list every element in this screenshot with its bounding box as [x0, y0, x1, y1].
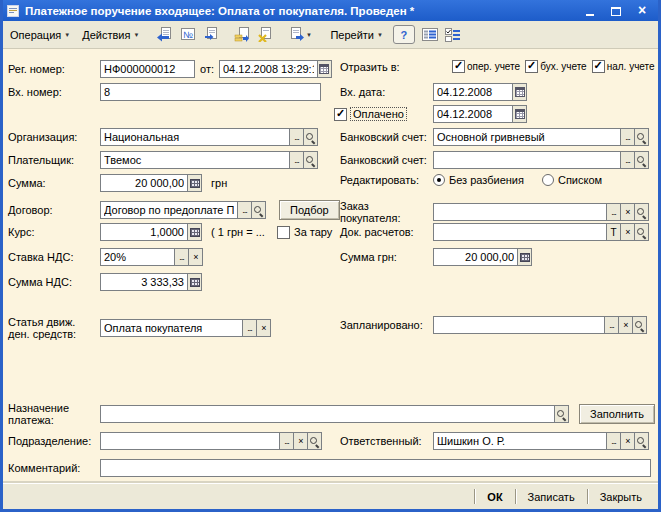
refresh-document-button[interactable] [153, 24, 176, 45]
paid-date-input[interactable] [433, 105, 513, 123]
calendar-button[interactable] [317, 60, 332, 78]
amount-grn-input[interactable] [433, 248, 518, 266]
document-movements-icon [422, 27, 438, 42]
close-window-button[interactable]: Закрыть [590, 488, 652, 506]
title-bar[interactable]: Платежное поручение входящее: Оплата от … [0, 0, 661, 21]
magnifier-button[interactable] [634, 151, 649, 169]
document-movements-button[interactable] [419, 24, 442, 45]
incoming-date-input[interactable] [433, 83, 513, 101]
calculator-button[interactable] [187, 273, 202, 291]
magnifier-icon [305, 132, 316, 143]
magnifier-button[interactable] [303, 151, 318, 169]
payment-purpose-input[interactable] [100, 405, 555, 423]
create-based-on-button[interactable]: ▼ [284, 24, 316, 45]
bank-account1-input[interactable] [433, 128, 621, 146]
tare-label: За тару [294, 226, 332, 238]
amount-input[interactable] [100, 174, 188, 192]
tare-checkbox[interactable] [277, 226, 290, 239]
maximize-button[interactable] [609, 4, 623, 18]
nal-accounting-checkbox[interactable]: ✓ [592, 60, 605, 73]
department-input[interactable] [100, 432, 280, 450]
magnifier-button[interactable] [632, 316, 647, 334]
radio-no-split[interactable] [433, 174, 445, 186]
check-icon: ✓ [527, 60, 536, 71]
footer-separator [587, 489, 588, 504]
operation-menu[interactable]: Операция▼ [4, 26, 76, 44]
ellipsis-button[interactable]: ... [604, 316, 619, 334]
help-button[interactable]: ? [393, 25, 415, 44]
paid-checkbox[interactable]: ✓ [334, 108, 347, 121]
fill-button[interactable]: Заполнить [579, 404, 655, 424]
clear-button[interactable]: × [256, 319, 271, 337]
cash-flow-item-input[interactable] [100, 319, 243, 337]
buh-accounting-checkbox[interactable]: ✓ [525, 60, 538, 73]
post-document-button[interactable] [230, 24, 253, 45]
undo-posting-button[interactable] [253, 24, 276, 45]
calculator-button[interactable] [517, 248, 532, 266]
ellipsis-button[interactable]: ... [620, 151, 635, 169]
vat-rate-input[interactable] [100, 248, 175, 266]
magnifier-icon [556, 409, 567, 420]
magnifier-button[interactable] [634, 223, 649, 241]
settlement-doc-input[interactable] [433, 223, 607, 241]
type-button[interactable]: T [606, 223, 621, 241]
magnifier-button[interactable] [634, 432, 649, 450]
calendar-button[interactable] [512, 83, 527, 101]
vat-amount-input[interactable] [100, 273, 188, 291]
oper-accounting-checkbox[interactable]: ✓ [452, 60, 465, 73]
calculator-button[interactable] [187, 174, 202, 192]
clear-button[interactable]: × [620, 203, 635, 221]
copy-document-button[interactable] [199, 24, 222, 45]
ellipsis-button[interactable]: ... [606, 432, 621, 450]
ok-button[interactable]: ОК [477, 488, 512, 506]
contract-input[interactable] [100, 201, 238, 219]
customer-order-input[interactable] [433, 203, 607, 221]
ellipsis-button[interactable]: ... [606, 203, 621, 221]
pick-button[interactable]: Подбор [279, 200, 340, 220]
payer-input[interactable] [100, 151, 290, 169]
clear-button[interactable]: × [620, 223, 635, 241]
document-number-button[interactable]: № [176, 24, 199, 45]
rate-input[interactable] [100, 223, 188, 241]
clear-button[interactable]: × [293, 432, 308, 450]
save-button[interactable]: Записать [518, 488, 585, 506]
comment-input[interactable] [100, 459, 651, 477]
planned-input[interactable] [433, 316, 605, 334]
ellipsis-button[interactable]: ... [174, 248, 189, 266]
goto-menu[interactable]: Перейти▼ [324, 26, 389, 44]
ellipsis-button[interactable]: ... [237, 201, 252, 219]
ellipsis-button[interactable]: ... [289, 128, 304, 146]
actions-menu[interactable]: Действия▼ [76, 26, 145, 44]
ellipsis-button[interactable]: ... [289, 151, 304, 169]
posting-settings-button[interactable] [442, 24, 465, 45]
vat-amount-label: Сумма НДС: [8, 276, 100, 288]
magnifier-button[interactable] [554, 405, 569, 423]
organization-input[interactable] [100, 128, 290, 146]
ellipsis-button[interactable]: ... [620, 128, 635, 146]
bank-account2-label: Банковский счет: [340, 154, 433, 166]
clear-button[interactable]: × [188, 248, 203, 266]
incoming-number-input[interactable] [100, 83, 321, 101]
currency-label: грн [211, 177, 227, 189]
clear-button[interactable]: × [618, 316, 633, 334]
magnifier-button[interactable] [634, 203, 649, 221]
magnifier-button[interactable] [634, 128, 649, 146]
magnifier-button[interactable] [251, 201, 266, 219]
radio-as-list[interactable] [542, 174, 554, 186]
close-button[interactable]: × [635, 4, 649, 18]
reg-date-input[interactable] [219, 60, 318, 78]
clear-button[interactable]: × [620, 432, 635, 450]
reg-number-input[interactable] [100, 60, 195, 78]
ellipsis-button[interactable]: ... [279, 432, 294, 450]
bank-account2-input[interactable] [433, 151, 621, 169]
calendar-button[interactable] [512, 105, 527, 123]
magnifier-button[interactable] [303, 128, 318, 146]
magnifier-icon [636, 227, 647, 238]
minimize-button[interactable] [583, 4, 597, 18]
magnifier-button[interactable] [307, 432, 322, 450]
magnifier-icon [636, 132, 647, 143]
responsible-input[interactable] [433, 432, 607, 450]
document-icon [6, 4, 20, 18]
calculator-button[interactable] [187, 223, 202, 241]
ellipsis-button[interactable]: ... [242, 319, 257, 337]
